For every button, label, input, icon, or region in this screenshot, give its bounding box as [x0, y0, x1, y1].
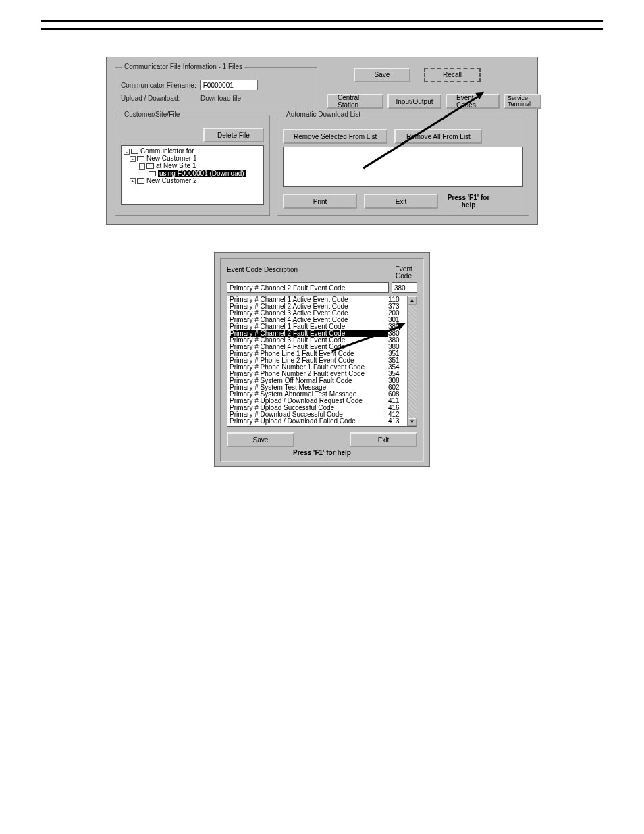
delete-file-button[interactable]: Delete File	[203, 128, 264, 142]
scroll-up-icon[interactable]: ▲	[408, 296, 417, 305]
file-info-group: Communicator File Information - 1 Files …	[115, 67, 317, 109]
upload-value: Download file	[200, 95, 241, 102]
tree-toggle-icon[interactable]: -	[139, 163, 145, 170]
remove-selected-button[interactable]: Remove Selected From List	[283, 129, 387, 144]
recall-button[interactable]: Recall	[424, 68, 481, 82]
scrollbar[interactable]: ▲ ▼	[407, 296, 417, 426]
tree-customer-1: New Customer 1	[146, 155, 196, 162]
save-button[interactable]: Save	[354, 68, 410, 82]
event-codes-window: Event Code Description Event Code Primar…	[214, 252, 430, 467]
folder-icon	[137, 156, 144, 161]
customer-site-file-group: Customer/Site/File Delete File -Communic…	[115, 115, 270, 216]
communicator-window: Communicator File Information - 1 Files …	[106, 57, 538, 225]
tree-customer-2: New Customer 2	[146, 177, 196, 184]
tree-toggle-icon[interactable]: -	[124, 149, 130, 155]
auto-download-group: Automatic Download List Remove Selected …	[277, 115, 529, 216]
top-right-area: Save Recall Central Station Input/Output…	[327, 67, 541, 109]
list-item[interactable]: Primary # Upload / Download Failed Code4…	[227, 418, 417, 425]
file-info-legend: Communicator File Information - 1 Files	[122, 63, 244, 70]
current-desc-field[interactable]: Primary # Channel 2 Fault Event Code	[227, 282, 389, 293]
exit-button[interactable]: Exit	[350, 432, 417, 447]
tab-service-terminal[interactable]: Service Terminal	[504, 94, 541, 109]
event-code-list[interactable]: Primary # Channel 1 Active Event Code110…	[227, 296, 417, 427]
save-button[interactable]: Save	[227, 432, 294, 447]
list-item-code: 413	[388, 418, 407, 425]
scroll-track[interactable]	[408, 305, 417, 418]
folder-icon	[149, 171, 156, 176]
help-text: Press 'F1' for help	[227, 449, 417, 457]
filename-field[interactable]: F0000001	[200, 80, 258, 90]
print-button[interactable]: Print	[283, 194, 357, 209]
current-code-field[interactable]: 380	[392, 282, 417, 293]
folder-icon	[131, 149, 138, 154]
screenshot-2-container: Event Code Description Event Code Primar…	[214, 252, 430, 467]
tab-event-codes[interactable]: Event Codes	[446, 94, 500, 109]
help-text: Press 'F1' for help	[445, 194, 492, 209]
customer-legend: Customer/Site/File	[122, 111, 182, 118]
download-legend: Automatic Download List	[284, 111, 363, 118]
top-rule	[41, 20, 603, 22]
folder-icon	[137, 178, 144, 184]
filename-label: Communicator Filename:	[121, 82, 196, 89]
upload-label: Upload / Download:	[121, 95, 196, 102]
tree-toggle-icon[interactable]: -	[130, 156, 136, 162]
exit-button[interactable]: Exit	[364, 194, 438, 209]
customer-tree[interactable]: -Communicator for -New Customer 1 -at Ne…	[121, 145, 264, 205]
list-item-desc: Primary # Upload / Download Failed Code	[230, 418, 388, 425]
tree-toggle-icon[interactable]: +	[130, 178, 136, 184]
event-codes-panel: Event Code Description Event Code Primar…	[220, 258, 424, 462]
tab-central-station[interactable]: Central Station	[327, 94, 383, 109]
document-page: Communicator File Information - 1 Files …	[0, 20, 644, 834]
tree-root: Communicator for	[140, 147, 194, 155]
code-header: Event Code	[390, 266, 417, 280]
tree-site-1: at New Site 1	[156, 162, 196, 170]
desc-header: Event Code Description	[227, 266, 298, 280]
tree-selected-file[interactable]: using F0000001 (Download)	[158, 170, 246, 177]
screenshot-1-container: Communicator File Information - 1 Files …	[106, 57, 538, 225]
download-list[interactable]	[283, 147, 523, 187]
scroll-down-icon[interactable]: ▼	[408, 418, 417, 426]
tab-input-output[interactable]: Input/Output	[387, 94, 441, 109]
folder-icon	[146, 163, 154, 169]
